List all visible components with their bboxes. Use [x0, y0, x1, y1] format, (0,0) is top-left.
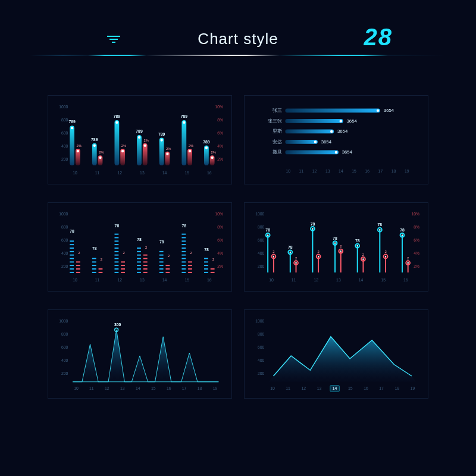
- svg-point-18: [93, 145, 96, 147]
- svg-text:3654: 3654: [342, 149, 353, 155]
- svg-rect-22: [114, 120, 119, 165]
- svg-text:2: 2: [384, 250, 386, 253]
- panel-slim-bars: 100080060040020010%8%6%4%2%7827827827827…: [244, 202, 428, 292]
- svg-point-224: [290, 252, 292, 253]
- svg-text:14: 14: [162, 171, 167, 175]
- svg-text:16: 16: [403, 278, 408, 282]
- svg-point-220: [273, 256, 275, 258]
- svg-text:10: 10: [270, 386, 275, 390]
- svg-text:2: 2: [123, 251, 124, 255]
- svg-text:11: 11: [95, 278, 100, 282]
- svg-text:789: 789: [158, 132, 165, 136]
- svg-point-256: [379, 229, 381, 231]
- svg-text:800: 800: [61, 225, 68, 229]
- svg-text:19: 19: [405, 169, 409, 173]
- svg-point-19: [99, 156, 101, 159]
- svg-text:200: 200: [61, 157, 68, 161]
- svg-text:12: 12: [117, 278, 122, 282]
- svg-text:2%: 2%: [166, 147, 171, 151]
- svg-text:16: 16: [207, 171, 212, 175]
- svg-point-260: [385, 256, 387, 258]
- svg-text:78: 78: [137, 237, 142, 242]
- svg-text:2: 2: [145, 246, 147, 249]
- header-number: 28: [364, 24, 393, 51]
- svg-text:2: 2: [340, 245, 342, 248]
- svg-text:600: 600: [61, 238, 68, 242]
- svg-text:15: 15: [381, 278, 386, 282]
- svg-text:789: 789: [114, 114, 121, 118]
- svg-text:19: 19: [213, 386, 218, 390]
- svg-text:6%: 6%: [414, 238, 419, 242]
- svg-text:17: 17: [182, 386, 187, 390]
- svg-point-65: [340, 120, 342, 122]
- svg-text:2: 2: [101, 258, 102, 261]
- svg-point-48: [205, 146, 208, 149]
- svg-text:2%: 2%: [189, 144, 193, 148]
- svg-point-244: [340, 250, 342, 252]
- svg-text:10: 10: [73, 171, 77, 175]
- svg-text:600: 600: [61, 131, 68, 135]
- svg-text:78: 78: [92, 246, 97, 250]
- svg-text:78: 78: [355, 239, 360, 243]
- svg-rect-40: [181, 120, 186, 165]
- svg-text:78: 78: [70, 229, 74, 233]
- svg-text:78: 78: [333, 236, 337, 240]
- svg-point-216: [267, 234, 269, 236]
- svg-text:19: 19: [411, 386, 415, 390]
- svg-text:14: 14: [359, 278, 364, 282]
- svg-text:200: 200: [61, 264, 68, 268]
- svg-text:3654: 3654: [384, 108, 394, 113]
- svg-text:800: 800: [258, 225, 265, 229]
- svg-text:10: 10: [286, 169, 290, 173]
- svg-text:200: 200: [258, 371, 265, 375]
- svg-text:15: 15: [151, 386, 156, 390]
- page-title: Chart style: [0, 30, 476, 48]
- svg-text:78: 78: [265, 228, 270, 232]
- panel-spike-area: 100080060040020030010111213141516171819: [48, 309, 232, 399]
- svg-text:600: 600: [258, 345, 265, 349]
- svg-text:10%: 10%: [412, 212, 420, 216]
- svg-text:800: 800: [258, 332, 265, 336]
- svg-text:11: 11: [95, 171, 100, 175]
- svg-text:78: 78: [400, 228, 405, 232]
- svg-text:2: 2: [362, 253, 364, 256]
- svg-text:12: 12: [301, 386, 306, 390]
- svg-text:12: 12: [312, 169, 317, 173]
- svg-text:14: 14: [339, 169, 343, 173]
- svg-text:8%: 8%: [414, 225, 419, 229]
- svg-text:2: 2: [212, 258, 214, 261]
- svg-text:2%: 2%: [217, 264, 223, 268]
- svg-text:78: 78: [378, 223, 383, 227]
- svg-text:78: 78: [204, 248, 209, 252]
- svg-text:2: 2: [78, 251, 80, 255]
- svg-point-69: [330, 130, 333, 133]
- svg-rect-10: [70, 126, 74, 165]
- svg-text:13: 13: [140, 278, 145, 282]
- svg-point-77: [335, 151, 337, 154]
- svg-text:13: 13: [325, 169, 330, 173]
- svg-text:16: 16: [364, 386, 368, 390]
- svg-text:3654: 3654: [347, 118, 358, 124]
- svg-text:600: 600: [61, 345, 68, 349]
- svg-text:10: 10: [73, 278, 77, 282]
- svg-text:789: 789: [68, 120, 76, 124]
- svg-text:6%: 6%: [217, 238, 223, 242]
- svg-text:10%: 10%: [215, 105, 224, 109]
- svg-text:8%: 8%: [217, 225, 223, 229]
- svg-text:13: 13: [120, 386, 125, 390]
- svg-text:1000: 1000: [59, 105, 68, 109]
- svg-text:4%: 4%: [414, 251, 419, 255]
- svg-text:16: 16: [167, 386, 171, 390]
- header-divider: [30, 55, 446, 56]
- svg-rect-60: [285, 108, 380, 112]
- svg-point-248: [356, 245, 358, 247]
- svg-text:安达: 安达: [273, 139, 282, 145]
- svg-text:17: 17: [378, 169, 383, 173]
- svg-text:800: 800: [61, 118, 68, 122]
- chart-grid: 100080060040020010%8%6%4%2%7892%7892%789…: [0, 71, 476, 399]
- svg-text:789: 789: [136, 129, 143, 133]
- svg-text:78: 78: [311, 222, 315, 226]
- svg-rect-28: [137, 135, 142, 165]
- svg-text:18: 18: [395, 386, 400, 390]
- svg-point-13: [77, 150, 79, 152]
